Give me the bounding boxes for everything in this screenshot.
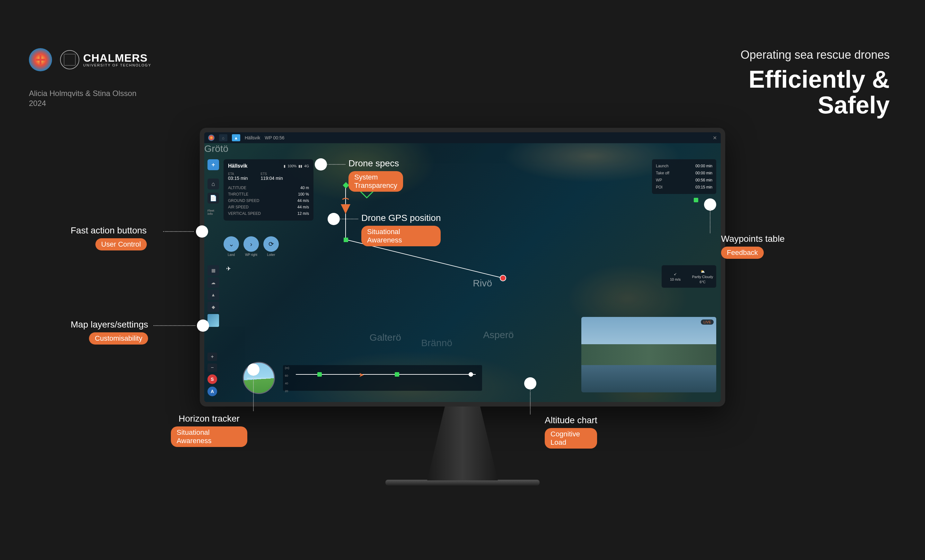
battery-icon: ▮ xyxy=(283,164,286,168)
camera-video xyxy=(582,317,716,392)
wp-v: 00:00 min xyxy=(695,164,713,168)
titlebar-location: Hällsvik xyxy=(245,135,260,140)
wp-k: Launch xyxy=(656,164,668,168)
layer-cloud-button[interactable]: ☁ xyxy=(208,277,219,288)
spec-k: AIR SPEED xyxy=(228,205,249,209)
monitor-mockup: ⌂ ▲ Hällsvik WP 00:56 ✕ Grötö Rivö Galte… xyxy=(200,128,725,486)
tab-home[interactable]: ⌂ xyxy=(219,134,227,141)
bottom-rail: + − S A xyxy=(208,352,217,396)
ann-title: Drone GPS position xyxy=(361,213,441,223)
nav-doc-button[interactable]: 📄 xyxy=(208,193,219,203)
sea-rescue-logo xyxy=(29,48,52,71)
wp-right-icon: › xyxy=(244,236,259,252)
close-icon[interactable]: ✕ xyxy=(713,135,717,141)
drone-name: Hällsvik xyxy=(228,163,247,169)
ann-title: Drone specs xyxy=(348,158,399,169)
ann-title: Waypoints table xyxy=(721,234,785,244)
svg-point-3 xyxy=(500,275,506,281)
layer-satellite-button[interactable] xyxy=(208,314,219,327)
fast-actions: ⌄Land ›WP right ⟳Loiter xyxy=(223,236,279,257)
eta-label: ETA xyxy=(228,172,248,176)
monitor-bezel: ⌂ ▲ Hällsvik WP 00:56 ✕ Grötö Rivö Galte… xyxy=(200,128,725,406)
wp-v: 03:15 min xyxy=(695,185,713,190)
wind-value: 10 m/s xyxy=(670,277,681,281)
titlebar-wp: WP 00:56 xyxy=(265,135,284,140)
ets-label: ETS xyxy=(261,172,283,176)
spec-v: 44 m/s xyxy=(297,199,309,203)
weather-temp: 6°C xyxy=(699,280,705,284)
altitude-chart: (m) 60 40 20 ➤ xyxy=(283,365,482,391)
title-line2: Safely xyxy=(741,92,890,118)
wp-k: WP xyxy=(656,178,662,182)
header: CHALMERS UNIVERSITY OF TECHNOLOGY xyxy=(29,48,151,71)
signal-value: 4G xyxy=(304,164,309,168)
spec-k: GROUND SPEED xyxy=(228,199,259,203)
action-wp-right[interactable]: ›WP right xyxy=(244,236,259,257)
drone-specs-panel: Hällsvik ▮ 100% ▮▮ 4G ETA03:15 min ETS11… xyxy=(223,159,313,221)
wp-k: Take off xyxy=(656,171,669,175)
alt-wp-marker xyxy=(395,372,399,377)
zoom-in-button[interactable]: + xyxy=(208,352,217,361)
monitor-base xyxy=(386,480,539,486)
left-rail: + ⌂ 📄 Fleet info xyxy=(208,159,221,218)
ets-value: 119:04 min xyxy=(261,176,283,181)
credits-authors: Alicia Holmqvits & Stina Olsson xyxy=(29,88,137,98)
monitor-screen: ⌂ ▲ Hällsvik WP 00:56 ✕ Grötö Rivö Galte… xyxy=(204,132,721,402)
wp-v: 00:56 min xyxy=(695,178,713,182)
ann-tag: Situational Awareness xyxy=(171,426,247,447)
svg-rect-0 xyxy=(343,182,349,188)
chalmers-title: CHALMERS xyxy=(83,52,151,63)
spec-v: 100 % xyxy=(298,192,309,197)
nav-home-button[interactable]: ⌂ xyxy=(208,179,219,190)
camera-feed[interactable]: ⛶ LIVE xyxy=(582,317,716,392)
chalmers-crest-icon xyxy=(60,50,79,69)
add-button[interactable]: + xyxy=(208,159,219,170)
camera-live-badge: LIVE xyxy=(701,319,714,325)
wp-v: 00:00 min xyxy=(695,171,713,175)
tab-map[interactable]: ▲ xyxy=(232,134,240,141)
chalmers-logo: CHALMERS UNIVERSITY OF TECHNOLOGY xyxy=(60,50,151,69)
title-pretitle: Operating sea rescue drones xyxy=(741,48,890,62)
weather-cond: Partly Cloudy xyxy=(692,275,713,279)
wind-icon: ↙ xyxy=(674,272,677,276)
ann-tag: System Transparency xyxy=(348,171,403,192)
layer-nav-button[interactable]: ▲ xyxy=(208,290,219,300)
spec-k: ALTITUDE xyxy=(228,185,246,190)
title-line1: Efficiently & xyxy=(741,66,890,92)
alt-wp-marker xyxy=(317,372,322,377)
altitude-line: ➤ xyxy=(296,374,476,375)
ann-tag: Situational Awareness xyxy=(361,226,441,246)
spec-v: 44 m/s xyxy=(297,205,309,209)
alt-tick: 20 xyxy=(285,390,289,393)
chalmers-subtitle: UNIVERSITY OF TECHNOLOGY xyxy=(83,63,151,67)
layer-grid-button[interactable]: ▦ xyxy=(208,265,219,275)
action-loiter[interactable]: ⟳Loiter xyxy=(264,236,279,257)
ann-tag: Feedback xyxy=(721,247,764,259)
title-block: Operating sea rescue drones Efficiently … xyxy=(741,48,890,118)
spec-k: THROTTLE xyxy=(228,192,248,197)
action-land[interactable]: ⌄Land xyxy=(223,236,239,257)
zoom-out-button[interactable]: − xyxy=(208,363,217,372)
credits-year: 2024 xyxy=(29,98,137,108)
waypoints-panel: Launch00:00 min Take off00:00 min WP00:5… xyxy=(652,159,716,194)
layer-pin-button[interactable]: ◆ xyxy=(208,302,219,312)
alt-tick: 60 xyxy=(285,374,289,377)
nav-fleet-button[interactable]: Fleet info xyxy=(208,207,219,218)
auto-button[interactable]: A xyxy=(208,387,217,396)
stop-button[interactable]: S xyxy=(208,375,217,384)
battery-value: 100% xyxy=(288,164,297,168)
ann-title: Map layers/settings xyxy=(71,319,148,330)
weather-icon: ⛅ xyxy=(701,269,705,274)
signal-icon: ▮▮ xyxy=(298,164,302,168)
ann-tag: User Control xyxy=(95,238,146,250)
map-view[interactable]: Grötö Rivö Galterö Brännö Asperö + xyxy=(204,143,721,402)
alt-drone-icon: ➤ xyxy=(359,371,364,379)
eta-value: 03:15 min xyxy=(228,176,248,181)
monitor-stand xyxy=(427,406,498,480)
loiter-icon: ⟳ xyxy=(264,236,279,252)
app-titlebar: ⌂ ▲ Hällsvik WP 00:56 ✕ xyxy=(204,132,721,143)
spec-v: 40 m xyxy=(300,185,309,190)
ann-title: Altitude chart xyxy=(545,415,597,426)
ann-title: Fast action buttons xyxy=(71,226,147,236)
map-layers-rail: ▦ ☁ ▲ ◆ xyxy=(208,265,221,327)
